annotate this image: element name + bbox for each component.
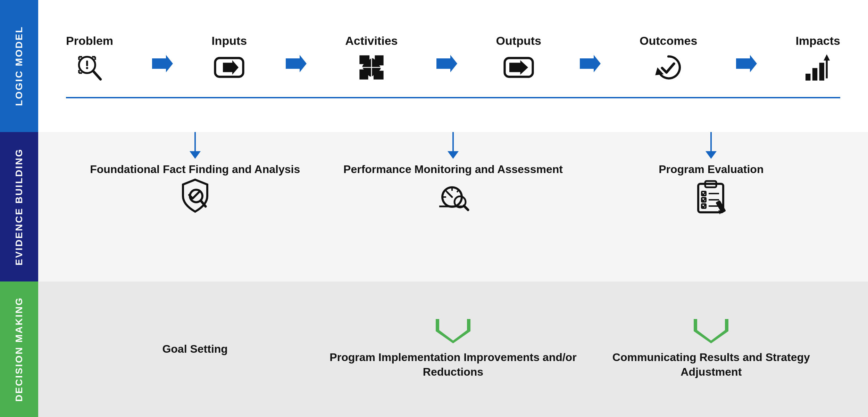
logic-label-outputs: Outputs <box>496 34 541 48</box>
decision-text-communicating: Communicating Results and Strategy Adjus… <box>587 350 835 379</box>
arrow-down-1 <box>190 151 201 159</box>
svg-marker-16 <box>436 55 457 72</box>
svg-marker-10 <box>152 55 173 72</box>
vert-arrow-2 <box>448 132 459 159</box>
vert-line-3 <box>710 132 712 151</box>
logic-item-activities: Activities <box>345 34 398 83</box>
evidence-col-performance: Performance Monitoring and Assessment <box>329 132 577 215</box>
sidebar: LOGIC MODEL EVIDENCE BUILDING DECISION M… <box>0 0 38 417</box>
svg-rect-22 <box>806 74 810 81</box>
svg-marker-51 <box>697 319 725 341</box>
logic-label-impacts: Impacts <box>795 34 840 48</box>
vert-arrow-1 <box>190 132 201 159</box>
svg-marker-26 <box>824 54 830 60</box>
arrow-3 <box>436 54 457 77</box>
svg-line-9 <box>93 71 101 79</box>
svg-marker-18 <box>509 60 528 74</box>
activities-icon <box>356 52 387 83</box>
logic-label-activities: Activities <box>345 34 398 48</box>
evidence-items: Foundational Fact Finding and Analysis <box>66 132 840 215</box>
svg-line-33 <box>457 190 459 192</box>
svg-line-37 <box>464 206 468 210</box>
evidence-building-row: Foundational Fact Finding and Analysis <box>38 132 868 281</box>
evidence-text-foundational: Foundational Fact Finding and Analysis <box>90 162 300 177</box>
logic-label-outcomes: Outcomes <box>640 34 697 48</box>
sidebar-evidence-building: EVIDENCE BUILDING <box>0 132 38 281</box>
decision-items: Goal Setting Program Implementation Impr… <box>66 319 840 379</box>
evidence-col-evaluation: Program Evaluation <box>587 132 835 215</box>
svg-marker-19 <box>580 55 601 72</box>
logic-item-outputs: Outputs <box>496 34 541 83</box>
logic-model-row: Problem <box>38 0 868 132</box>
evidence-text-evaluation: Program Evaluation <box>659 162 763 177</box>
vert-line-2 <box>452 132 454 151</box>
sidebar-logic-model: LOGIC MODEL <box>0 0 38 132</box>
arrow-down-2 <box>448 151 459 159</box>
logic-item-problem: Problem <box>66 34 113 83</box>
svg-marker-49 <box>439 319 467 341</box>
logic-item-outcomes: Outcomes <box>640 34 697 83</box>
foundational-icon <box>176 177 214 215</box>
vert-line-1 <box>194 132 196 151</box>
problem-icon <box>74 52 105 83</box>
arrow-5 <box>736 54 757 77</box>
outcomes-icon <box>653 52 684 83</box>
svg-marker-12 <box>223 60 239 74</box>
svg-marker-13 <box>286 55 307 72</box>
arrow-2 <box>286 54 307 77</box>
decision-making-row: Goal Setting Program Implementation Impr… <box>38 281 868 417</box>
svg-point-8 <box>86 67 88 69</box>
vert-arrow-3 <box>706 132 717 159</box>
decision-item-communicating: Communicating Results and Strategy Adjus… <box>587 319 835 379</box>
performance-icon <box>434 177 472 215</box>
main-container: LOGIC MODEL EVIDENCE BUILDING DECISION M… <box>0 0 868 417</box>
decision-item-implementation: Program Implementation Improvements and/… <box>329 319 577 379</box>
evaluation-icon <box>692 177 730 215</box>
outputs-icon <box>503 52 534 83</box>
sidebar-decision-making: DECISION MAKING <box>0 281 38 417</box>
inputs-icon <box>214 52 245 83</box>
svg-rect-23 <box>812 68 817 80</box>
logic-label-inputs: Inputs <box>211 34 247 48</box>
svg-rect-7 <box>86 60 88 66</box>
svg-rect-24 <box>819 63 824 80</box>
arrow-4 <box>580 54 601 77</box>
decision-text-goal: Goal Setting <box>162 342 227 357</box>
svg-marker-21 <box>736 55 757 72</box>
logic-items-row: Problem <box>66 34 840 93</box>
content-area: Problem <box>38 0 868 417</box>
decision-text-implementation: Program Implementation Improvements and/… <box>329 350 577 379</box>
logic-separator-line <box>66 97 840 98</box>
logic-label-problem: Problem <box>66 34 113 48</box>
green-chevron-2 <box>694 319 728 343</box>
logic-item-inputs: Inputs <box>211 34 247 83</box>
evidence-col-foundational: Foundational Fact Finding and Analysis <box>71 132 319 215</box>
green-chevron-1 <box>436 319 470 343</box>
arrow-down-3 <box>706 151 717 159</box>
svg-line-34 <box>447 192 452 197</box>
decision-item-goal: Goal Setting <box>71 342 319 357</box>
impacts-icon <box>802 52 834 83</box>
logic-item-impacts: Impacts <box>795 34 840 83</box>
arrow-1 <box>152 54 173 77</box>
logic-row-inner: Problem <box>66 34 840 98</box>
evidence-text-performance: Performance Monitoring and Assessment <box>343 162 563 177</box>
